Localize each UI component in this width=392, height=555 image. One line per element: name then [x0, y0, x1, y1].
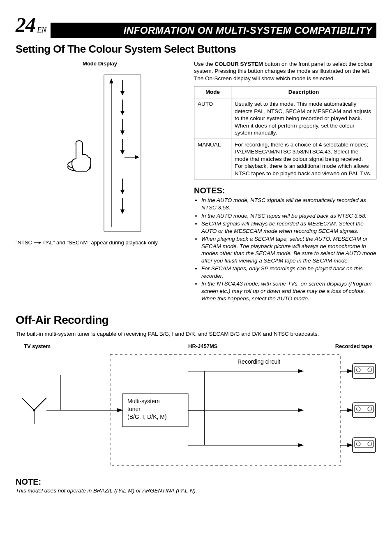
intro-bold: COLOUR SYSTEM [214, 61, 263, 67]
notes-heading: NOTES: [194, 185, 376, 196]
svg-rect-42 [355, 366, 374, 374]
list-item: In the NTSC4.43 mode, with some TVs, on-… [201, 280, 376, 302]
svg-line-28 [34, 398, 46, 410]
description-column: Use the COLOUR SYSTEM button on the fron… [194, 60, 376, 303]
svg-point-51 [356, 442, 360, 446]
svg-marker-5 [121, 91, 124, 95]
table-row: MANUAL For recording, there is a choice … [194, 139, 376, 179]
cassette-icon [353, 403, 376, 418]
chapter-banner: INFORMATION ON MULTI-SYSTEM COMPATIBILIT… [51, 23, 376, 38]
section-title-colour-system: Setting Of The Colour System Select Butt… [16, 42, 376, 56]
svg-marker-15 [121, 210, 124, 213]
cassette-icon [353, 364, 376, 379]
page-lang: EN [37, 26, 46, 35]
list-item: For SECAM tapes, only SP recordings can … [201, 265, 376, 279]
cassette-icon [353, 438, 376, 453]
svg-marker-19 [110, 79, 113, 83]
svg-marker-11 [121, 151, 124, 154]
off-air-diagram: TV system HR-J457MS Recorded tape Record… [16, 343, 376, 475]
list-item: SECAM signals will always be recorded as… [201, 220, 376, 235]
label-recorded-tape: Recorded tape [335, 343, 372, 350]
section-title-off-air: Off-Air Recording [16, 313, 376, 327]
caption-text-pre: "NTSC [16, 239, 32, 246]
th-mode: Mode [194, 86, 231, 98]
svg-marker-23 [39, 242, 42, 244]
svg-rect-49 [353, 438, 376, 453]
svg-rect-25 [122, 394, 188, 427]
cell-mode: AUTO [194, 98, 231, 139]
svg-point-48 [368, 407, 372, 411]
page-header: 24 EN INFORMATION ON MULTI-SYSTEM COMPAT… [16, 12, 376, 38]
intro-pre: Use the [194, 61, 214, 67]
mode-display-column: Mode Display [16, 60, 184, 303]
mode-display-caption: "NTSC PAL" and "SECAM" appear during pla… [16, 239, 184, 246]
press-button-icon [68, 141, 91, 171]
svg-marker-7 [121, 111, 124, 114]
svg-point-43 [356, 368, 360, 372]
arrow-right-icon [34, 241, 42, 244]
svg-point-47 [356, 407, 360, 411]
mode-description-table: Mode Description AUTO Usually set to thi… [194, 86, 376, 179]
svg-rect-50 [355, 440, 374, 448]
svg-marker-13 [121, 190, 124, 193]
svg-rect-41 [353, 364, 376, 379]
th-description: Description [231, 86, 376, 98]
table-row: AUTO Usually set to this mode. This mode… [194, 98, 376, 139]
cell-desc: For recording, there is a choice of 4 se… [231, 139, 376, 179]
list-item: In the AUTO mode, NTSC tapes will be pla… [201, 212, 376, 220]
antenna-icon [22, 398, 46, 424]
svg-rect-46 [355, 405, 374, 413]
list-item: When playing back a SECAM tape, select t… [201, 235, 376, 264]
svg-rect-45 [353, 403, 376, 418]
cell-mode: MANUAL [194, 139, 231, 179]
list-item: In the AUTO mode, NTSC signals will be a… [201, 197, 376, 211]
mode-display-label: Mode Display [16, 60, 184, 67]
note-text: This model does not operate in BRAZIL (P… [16, 487, 376, 495]
label-model: HR-J457MS [188, 343, 218, 350]
page-number: 24 [16, 12, 35, 38]
signal-flow-svg [16, 351, 376, 474]
svg-point-44 [368, 368, 372, 372]
intro-paragraph: Use the COLOUR SYSTEM button on the fron… [194, 60, 376, 82]
caption-text-post: PAL" and "SECAM" appear during playback … [43, 239, 159, 246]
cell-desc: Usually set to this mode. This mode auto… [231, 98, 376, 139]
off-air-intro: The built-in multi-system tuner is capab… [16, 330, 376, 338]
note-heading: NOTE: [16, 476, 376, 487]
svg-line-27 [22, 398, 34, 410]
label-tv-system: TV system [24, 343, 51, 350]
svg-marker-9 [121, 131, 124, 134]
svg-point-52 [368, 442, 372, 446]
svg-marker-17 [135, 156, 138, 159]
mode-display-diagram [51, 71, 149, 235]
notes-list: In the AUTO mode, NTSC signals will be a… [194, 197, 376, 302]
